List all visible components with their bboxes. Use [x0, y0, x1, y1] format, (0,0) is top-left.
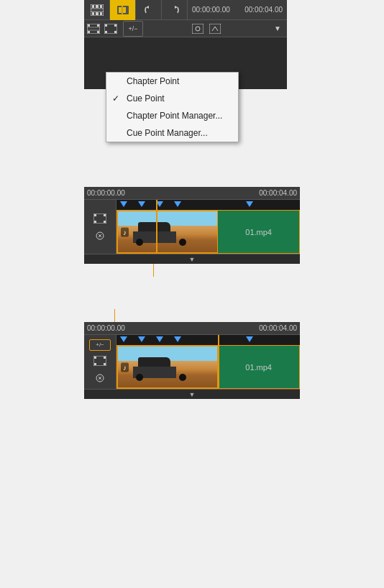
redo-icon[interactable] — [162, 0, 188, 20]
s3-audio-icon: ♪ — [121, 362, 129, 372]
svg-rect-25 — [192, 24, 204, 34]
svg-rect-23 — [105, 31, 107, 33]
svg-rect-32 — [104, 221, 106, 223]
plus-minus-btn[interactable]: +/− — [123, 21, 143, 37]
svg-rect-36 — [104, 357, 106, 359]
s2-cue-markers — [116, 200, 300, 210]
svg-rect-37 — [94, 363, 96, 365]
svg-rect-6 — [100, 12, 102, 15]
s2-ruler: 00:00:00.00 00:00:04.00 — [84, 187, 300, 200]
s2-left-controls — [84, 200, 116, 254]
svg-rect-24 — [114, 31, 116, 33]
s2-expand-btn[interactable]: ▼ — [189, 256, 196, 263]
s2-panel: 00:00:00.00 00:00:04.00 — [84, 187, 300, 264]
s3-left-controls: +/− — [84, 335, 116, 389]
s3-cursor-line[interactable] — [218, 335, 219, 389]
svg-rect-21 — [105, 24, 107, 27]
s3-video-clip[interactable]: ♪ — [116, 345, 221, 389]
cue-marker-icon[interactable] — [110, 0, 136, 20]
s2-video-clip-right[interactable]: 01.mp4 — [217, 210, 300, 254]
s3-effect-icon[interactable] — [93, 371, 107, 385]
cue-marker-4[interactable] — [174, 201, 181, 207]
menu-item-cue-point[interactable]: Cue Point — [106, 90, 238, 107]
svg-rect-35 — [94, 357, 96, 359]
svg-rect-1 — [92, 5, 94, 8]
s3-cue-markers — [116, 335, 300, 345]
s1-sub-toolbar: +/− ▼ — [84, 20, 287, 37]
menu-item-cue-point-manager[interactable]: Cue Point Manager... — [106, 124, 238, 142]
svg-rect-29 — [94, 214, 96, 216]
s3-track-content: ♪ 01.mp4 — [116, 335, 300, 389]
section2-timeline: 00:00:00.00 00:00:04.00 — [84, 187, 300, 264]
film-strip-icon[interactable] — [84, 0, 110, 20]
svg-rect-17 — [97, 31, 99, 33]
s2-effect-icon[interactable] — [93, 229, 107, 243]
cue-marker-5[interactable] — [246, 201, 253, 207]
section1-timeline: 00:00:00.00 00:00:04.00 — [84, 0, 287, 89]
context-menu: Chapter Point Cue Point Chapter Point Ma… — [106, 72, 239, 142]
time-end: 00:00:04.00 — [244, 6, 283, 14]
svg-rect-3 — [100, 5, 102, 8]
effect-icon[interactable] — [207, 21, 223, 37]
svg-rect-16 — [88, 31, 90, 33]
s2-video-track-icon[interactable] — [93, 211, 107, 226]
svg-rect-14 — [88, 24, 90, 27]
svg-rect-4 — [92, 12, 94, 15]
s2-track-content: ♪ 01.mp4 — [116, 200, 300, 254]
svg-point-26 — [196, 27, 200, 31]
s3-video-track-icon[interactable] — [93, 354, 107, 368]
s2-time-start: 00:00:00.00 — [87, 189, 125, 197]
s2-video-clip[interactable]: ♪ — [116, 210, 221, 254]
menu-item-chapter-point[interactable]: Chapter Point — [106, 73, 238, 90]
svg-rect-15 — [97, 24, 99, 27]
s3-time-end: 00:00:04.00 — [259, 324, 297, 332]
svg-rect-38 — [104, 363, 106, 365]
svg-rect-31 — [94, 221, 96, 223]
s3-cue-marker-5[interactable] — [246, 336, 253, 342]
svg-rect-22 — [114, 24, 116, 27]
undo-icon[interactable] — [136, 0, 162, 20]
expand-icon[interactable]: ▼ — [270, 21, 285, 37]
section3-timeline: 00:00:00.00 00:00:04.00 +/− — [84, 322, 300, 399]
cue-marker-1[interactable] — [120, 201, 127, 207]
s3-track-area: +/− — [84, 335, 300, 389]
s3-ruler: 00:00:00.00 00:00:04.00 — [84, 322, 300, 335]
s3-cue-marker-4[interactable] — [174, 336, 181, 342]
s2-time-end: 00:00:04.00 — [259, 189, 297, 197]
svg-rect-2 — [96, 5, 99, 8]
s3-cue-marker-1[interactable] — [120, 336, 127, 342]
track-audio-icon[interactable] — [103, 21, 119, 37]
track-video-icon[interactable] — [86, 21, 101, 37]
audio-icon: ♪ — [121, 227, 129, 236]
cue-marker-2[interactable] — [138, 201, 145, 207]
s3-cue-marker-3[interactable] — [156, 336, 163, 342]
menu-item-chapter-point-manager[interactable]: Chapter Point Manager... — [106, 107, 238, 124]
svg-rect-30 — [104, 214, 106, 216]
s3-plus-minus-btn[interactable]: +/− — [89, 339, 111, 351]
time-start: 00:00:00.00 — [192, 6, 230, 14]
s2-cursor-line[interactable] — [156, 200, 157, 254]
svg-rect-11 — [123, 7, 126, 13]
s3-expand-btn[interactable]: ▼ — [189, 391, 196, 398]
s3-clip-name: 01.mp4 — [245, 363, 272, 372]
s3-panel: 00:00:00.00 00:00:04.00 +/− — [84, 322, 300, 399]
s2-track-area: ♪ 01.mp4 — [84, 200, 300, 254]
svg-rect-5 — [96, 12, 99, 15]
s3-video-clip-right[interactable]: 01.mp4 — [217, 345, 300, 389]
s2-pointer-line — [153, 264, 154, 277]
svg-rect-27 — [209, 24, 221, 34]
s1-content-area: Chapter Point Cue Point Chapter Point Ma… — [84, 37, 287, 89]
s3-time-start: 00:00:00.00 — [87, 324, 125, 332]
s3-pointer-line-top — [114, 309, 115, 322]
s3-cue-marker-2[interactable] — [138, 336, 145, 342]
settings-icon[interactable] — [190, 21, 206, 37]
s1-main-toolbar: 00:00:00.00 00:00:04.00 — [84, 0, 287, 20]
svg-rect-10 — [119, 7, 122, 13]
s2-clip-name: 01.mp4 — [245, 228, 272, 236]
